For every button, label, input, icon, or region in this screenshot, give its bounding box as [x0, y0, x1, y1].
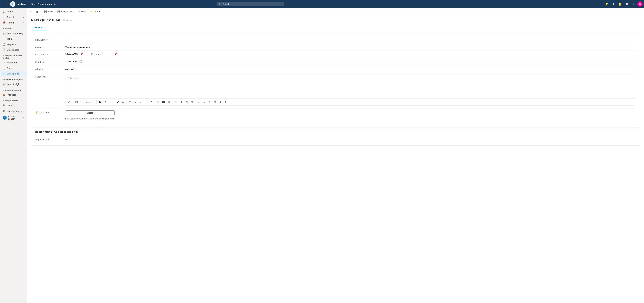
start-date-label: Start date * [35, 53, 65, 56]
save-close-button[interactable]: 💾 Save & Close [56, 9, 76, 14]
editor-paint-icon[interactable]: 🖌 [67, 100, 72, 104]
help-editor-button[interactable]: ? [223, 100, 228, 104]
sidebar-item-action-center[interactable]: AC Action center ✦ [1, 114, 26, 122]
time-picker-icon[interactable]: 🕙 [79, 60, 82, 63]
plan-name-required: * [47, 39, 48, 41]
sidebar-item-home[interactable]: 🏠 Home [1, 9, 26, 14]
settings-editor-button[interactable]: ⚙ [218, 100, 222, 104]
notifications-button[interactable]: 🔔 [617, 1, 623, 7]
restore-icon: ⧉ [36, 10, 38, 13]
quote-button[interactable]: " [149, 100, 154, 104]
target-group-value[interactable]: --- [65, 138, 636, 140]
ac-initials: AC [3, 117, 6, 118]
sidebar-item-quick-notes[interactable]: 📝 Quick notes [1, 47, 26, 52]
pinned-icon: 📌 [3, 21, 5, 24]
size-select[interactable]: Size [84, 100, 93, 104]
undo-button[interactable]: ↩ [196, 100, 201, 104]
sidebar-item-tasks[interactable]: ✓ Tasks [1, 36, 26, 42]
italic-button[interactable]: I [103, 100, 108, 104]
align-right-button[interactable]: ▤ [166, 100, 171, 104]
sidebar-item-pinned[interactable]: 📌 Pinned ∨ [1, 20, 26, 25]
grid-options-button[interactable]: ⊞ [212, 100, 217, 104]
home-icon: 🏠 [3, 10, 5, 13]
link-button[interactable]: 🔗 [174, 100, 178, 104]
font-select[interactable]: Font [72, 100, 81, 104]
priority-value[interactable]: Normal [65, 68, 636, 71]
new-button[interactable]: + New [77, 9, 87, 14]
sidebar-item-quick-plans[interactable]: ⚡ Quick plans [1, 71, 26, 76]
end-date-picker-icon[interactable]: 📅 [114, 53, 117, 55]
guidelines-editor: Enter text... 🖌 Font ▾ Size ▾ [65, 75, 636, 106]
form-row-target-group: Target group --- [35, 136, 636, 143]
sidebar-item-order-products[interactable]: 🗒 Order products [1, 108, 26, 114]
flow-button[interactable]: ⚡ Flow ▾ [88, 9, 102, 14]
sidebar-section-manage-templates: Manage templates & plans [0, 53, 27, 60]
save-close-label: Save & Close [61, 10, 74, 13]
bullets-button[interactable]: ☰ [128, 100, 132, 104]
add-button[interactable]: + [610, 1, 616, 7]
sidebar-item-templates[interactable]: 📄 Templates [1, 60, 26, 65]
editor-sep-2 [114, 100, 114, 104]
sidebar-label-retail-summary: Retail summary [7, 32, 23, 34]
lightbulb-icon: 💡 [605, 2, 608, 6]
toolbar: ← ⧉ 💾 Save 💾 Save & Close + New ⚡ Flow ▾ [27, 8, 644, 16]
media-button[interactable]: 🖼 [184, 100, 189, 104]
lightbulb-button[interactable]: 💡 [604, 1, 610, 7]
restore-button[interactable]: ⧉ [34, 9, 40, 14]
sidebar-label-quick-plans: Quick plans [7, 72, 19, 75]
due-time-value[interactable]: 10:00 PM [65, 60, 77, 63]
hamburger-icon: ☰ [3, 2, 6, 6]
bold-button[interactable]: B [98, 100, 102, 104]
align-left-button[interactable]: ⬜ [156, 100, 160, 104]
document-lock-icon: 🔒 [35, 111, 38, 114]
settings-button[interactable]: ⚙ [624, 1, 630, 7]
plan-name-value[interactable]: --- [65, 38, 636, 41]
table-button[interactable]: ⊞ [190, 100, 194, 104]
sidebar-item-recent[interactable]: 🕐 Recent ∨ [1, 14, 26, 20]
contoso-logo-svg [11, 2, 14, 6]
logo-circle [10, 1, 16, 7]
highlight-color-button[interactable]: 🖌 [115, 100, 120, 104]
back-button[interactable]: ← [28, 9, 34, 14]
sidebar-item-plans[interactable]: 📋 Plans [1, 66, 26, 71]
decrease-indent-button[interactable]: ⇤ [138, 100, 143, 104]
save-close-icon: 💾 [57, 10, 60, 13]
save-button[interactable]: 💾 Save [42, 9, 55, 14]
sidebar-section-my-work: My work [0, 26, 27, 30]
tab-general[interactable]: General [31, 25, 46, 30]
tasks-icon: ✓ [3, 38, 5, 40]
sidebar-item-orders[interactable]: 🗒 Orders [1, 103, 26, 108]
bell-icon: 🔔 [618, 2, 622, 6]
form-row-assign-to: Assign to Team (any member) [35, 43, 636, 51]
font-color-button[interactable]: A [120, 100, 125, 104]
requests-icon: 📋 [3, 43, 5, 46]
search-input[interactable] [217, 2, 284, 6]
upload-button[interactable]: Upload [65, 110, 114, 115]
sidebar-item-retail-summary[interactable]: 📊 Retail summary [1, 30, 26, 36]
form-row-plan-name: Plan name * --- [35, 36, 636, 43]
sidebar-label-order-products: Order products [7, 110, 22, 112]
increase-indent-button[interactable]: ⇥ [144, 100, 148, 104]
sidebar-item-retail-insights[interactable]: 📈 Retail insights [1, 82, 26, 87]
sidebar-label-retail-insights: Retail insights [7, 83, 22, 86]
align-center-button[interactable]: ⬛ [161, 100, 166, 104]
form-tabs: General [31, 25, 640, 30]
sidebar-item-requests[interactable]: 📋 Requests [1, 42, 26, 47]
end-date-value[interactable]: --- [109, 53, 112, 55]
hamburger-menu[interactable]: ☰ [1, 0, 8, 8]
numbered-list-button[interactable]: ≡ [133, 100, 138, 104]
assign-to-value[interactable]: Team (any member) [65, 45, 636, 48]
guidelines-content[interactable]: Enter text... [66, 75, 636, 98]
redo-button[interactable]: ↪ [202, 100, 206, 104]
underline-button[interactable]: U [108, 100, 113, 104]
source-button[interactable]: </> [207, 100, 212, 104]
start-date-value[interactable]: 14/Aug/23 [65, 53, 78, 55]
action-center-badge: AC [3, 116, 7, 120]
add-icon: + [612, 2, 614, 6]
user-avatar[interactable]: R [637, 1, 643, 7]
sidebar-item-products[interactable]: 📦 Products [1, 92, 26, 98]
help-button[interactable]: ? [630, 1, 636, 7]
document-upload-area: Upload ℹ To upload documents, save the q… [65, 110, 114, 120]
unlink-button[interactable]: ⛓ [179, 100, 184, 104]
start-date-picker-icon[interactable]: 📅 [80, 53, 83, 55]
